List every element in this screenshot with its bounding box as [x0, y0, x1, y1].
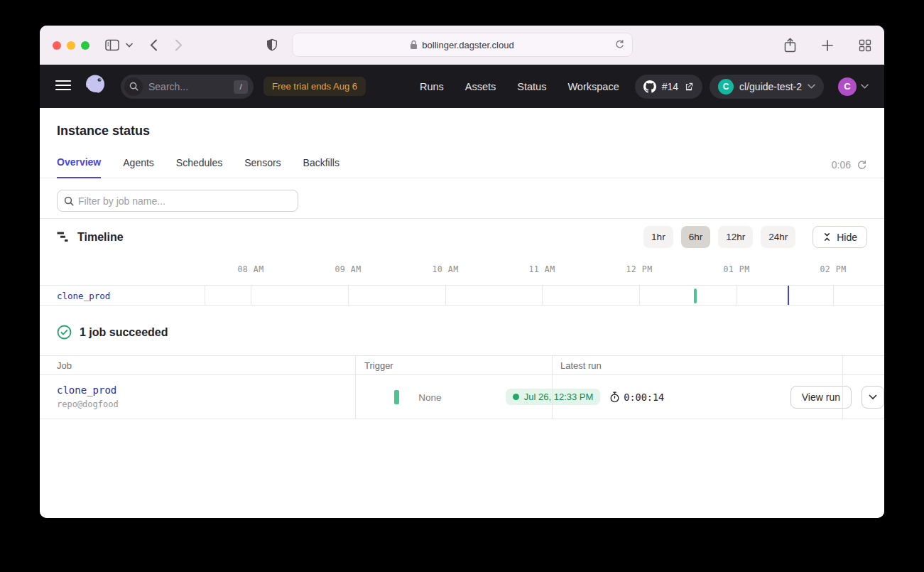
column-trigger: Trigger	[355, 360, 552, 371]
filter-section	[40, 178, 884, 218]
page-title: Instance status	[57, 124, 867, 139]
gridline	[205, 286, 205, 305]
hide-timeline-button[interactable]: Hide	[812, 226, 867, 248]
summary-text: 1 job succeeded	[80, 326, 168, 339]
zoom-window-button[interactable]	[81, 41, 89, 50]
url-text: bollinger.dagster.cloud	[422, 40, 513, 50]
nav-assets[interactable]: Assets	[465, 81, 496, 92]
deployment-avatar: C	[718, 79, 734, 95]
axis-tick: 11 AM	[528, 264, 555, 274]
chevron-down-icon	[869, 394, 877, 400]
range-1hr-button[interactable]: 1hr	[643, 226, 673, 248]
column-divider	[842, 355, 843, 419]
tab-group-chevron-icon[interactable]	[126, 43, 133, 48]
deployment-switcher[interactable]: C cl/guide-test-2	[710, 75, 824, 99]
gridline	[348, 286, 349, 305]
row-menu-button[interactable]	[862, 386, 884, 409]
job-link[interactable]: clone_prod	[57, 384, 119, 396]
gridline	[639, 286, 640, 305]
table-header: Job Trigger Latest run	[40, 355, 884, 375]
column-divider	[552, 355, 553, 419]
external-link-icon	[684, 82, 694, 92]
lock-icon	[410, 40, 418, 50]
timeline-title-text: Timeline	[77, 231, 124, 244]
job-filter[interactable]	[57, 190, 298, 212]
timeline-job-link[interactable]: clone_prod	[57, 291, 110, 301]
github-icon	[643, 80, 656, 93]
minimize-window-button[interactable]	[67, 41, 75, 50]
table-row: clone_prod repo@dogfood None Jul 26, 12:…	[40, 375, 884, 419]
now-marker	[788, 286, 789, 305]
timeline-row: clone_prod	[40, 285, 884, 306]
window-controls	[53, 41, 89, 50]
check-circle-icon	[57, 325, 72, 340]
nav-workspace[interactable]: Workspace	[567, 81, 619, 92]
refresh-countdown-value: 0:06	[832, 159, 851, 171]
nav-pills: #14 C cl/guide-test-2 C	[635, 75, 869, 99]
global-search[interactable]: /	[121, 75, 254, 99]
browser-toolbar: bollinger.dagster.cloud	[40, 26, 884, 65]
run-duration-value: 0:00:14	[624, 392, 664, 403]
jobs-table: Job Trigger Latest run clone_prod repo@d…	[40, 355, 884, 419]
hide-label: Hide	[837, 232, 857, 243]
reload-icon[interactable]	[614, 39, 625, 52]
tab-schedules[interactable]: Schedules	[176, 157, 222, 178]
column-divider	[355, 355, 356, 419]
menu-icon[interactable]	[55, 80, 71, 94]
tab-bar: Overview Agents Schedules Sensors Backfi…	[40, 156, 884, 178]
back-button[interactable]	[150, 39, 158, 51]
gridline	[542, 286, 543, 305]
tab-backfills[interactable]: Backfills	[303, 157, 339, 178]
axis-tick: 02 PM	[820, 264, 846, 274]
range-24hr-button[interactable]: 24hr	[761, 226, 795, 248]
gridline	[833, 286, 834, 305]
axis-tick: 12 PM	[626, 264, 652, 274]
close-window-button[interactable]	[53, 41, 61, 50]
axis-tick: 09 AM	[335, 264, 361, 274]
latest-run-badge[interactable]: Jul 26, 12:33 PM	[506, 389, 601, 405]
deployment-name: cl/guide-test-2	[739, 81, 802, 92]
summary-banner: 1 job succeeded	[40, 306, 884, 355]
refresh-icon[interactable]	[857, 160, 867, 171]
page-content: Instance status Overview Agents Schedule…	[40, 108, 884, 518]
tab-sensors[interactable]: Sensors	[244, 157, 281, 178]
gridline	[445, 286, 446, 305]
address-bar[interactable]: bollinger.dagster.cloud	[292, 33, 633, 57]
range-12hr-button[interactable]: 12hr	[718, 226, 753, 248]
axis-tick: 10 AM	[432, 264, 458, 274]
gridline	[737, 286, 737, 305]
timeline-icon	[57, 231, 69, 243]
browser-actions	[784, 38, 871, 53]
timeline-title: Timeline	[57, 231, 124, 244]
user-avatar: C	[838, 77, 857, 96]
success-dot	[513, 394, 519, 400]
search-input[interactable]	[148, 81, 227, 92]
tab-agents[interactable]: Agents	[123, 157, 154, 178]
dagster-logo[interactable]	[82, 72, 108, 101]
nav-runs[interactable]: Runs	[420, 81, 444, 92]
forward-button[interactable]	[175, 39, 183, 51]
sidebar-toggle-icon[interactable]	[105, 39, 119, 51]
nav-status[interactable]: Status	[517, 81, 546, 92]
job-filter-input[interactable]	[78, 195, 291, 207]
new-tab-icon[interactable]	[822, 40, 833, 51]
run-marker[interactable]	[694, 288, 697, 303]
share-icon[interactable]	[784, 38, 796, 53]
range-6hr-button[interactable]: 6hr	[681, 226, 711, 248]
tab-overview[interactable]: Overview	[57, 156, 101, 178]
run-status-bar[interactable]	[394, 390, 399, 404]
github-pr-pill[interactable]: #14	[635, 75, 702, 99]
github-pr-number: #14	[662, 81, 678, 92]
column-job: Job	[40, 360, 355, 371]
timeline-header: Timeline 1hr 6hr 12hr 24hr Hide	[40, 218, 884, 255]
timeline-chart: 08 AM 09 AM 10 AM 11 AM 12 PM 01 PM 02 P…	[40, 255, 884, 306]
run-duration: 0:00:14	[609, 392, 664, 403]
latest-run-time: Jul 26, 12:33 PM	[524, 392, 594, 402]
gridline	[251, 286, 251, 305]
user-menu[interactable]: C	[838, 77, 869, 96]
range-buttons: 1hr 6hr 12hr 24hr Hide	[643, 226, 867, 248]
job-repo: repo@dogfood	[57, 399, 119, 409]
privacy-shield-icon[interactable]	[266, 38, 278, 52]
tab-overview-icon[interactable]	[859, 39, 871, 52]
browser-window: bollinger.dagster.cloud	[40, 26, 884, 518]
